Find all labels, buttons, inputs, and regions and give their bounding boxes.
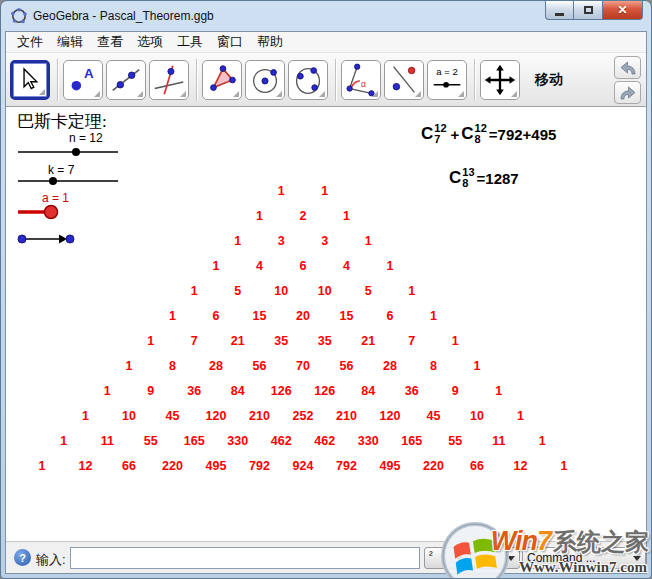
triangle-number: 126 — [271, 384, 292, 398]
triangle-number: 220 — [423, 459, 444, 473]
tool-dropdown-icon[interactable] — [39, 89, 45, 95]
tool-circle[interactable] — [245, 60, 285, 100]
triangle-number: 3 — [278, 234, 285, 248]
command-list-dropdown[interactable]: Command ... — [522, 547, 646, 569]
undo-button[interactable] — [614, 56, 641, 79]
triangle-number: 1 — [495, 384, 502, 398]
vector-end-point[interactable] — [66, 235, 74, 243]
slider-k-handle[interactable] — [49, 177, 57, 185]
triangle-number: 1 — [452, 334, 459, 348]
triangle-number: 36 — [405, 384, 419, 398]
menu-view[interactable]: 查看 — [90, 31, 130, 53]
tool-dropdown-icon[interactable] — [415, 91, 421, 97]
triangle-number: 1 — [126, 359, 133, 373]
tool-reflect[interactable] — [384, 60, 424, 100]
triangle-number: 1 — [343, 209, 350, 223]
slider-n-handle[interactable] — [72, 148, 80, 156]
triangle-number: 10 — [470, 409, 484, 423]
tool-dropdown-icon[interactable] — [458, 91, 464, 97]
toolbar-separator — [57, 59, 59, 101]
triangle-number: 210 — [336, 409, 357, 423]
greek-letter-dropdown[interactable]: α — [470, 547, 520, 569]
minimize-button[interactable] — [545, 1, 574, 20]
triangle-number: 21 — [231, 334, 245, 348]
triangle-number: 1 — [169, 309, 176, 323]
triangle-number: 1 — [517, 409, 524, 423]
tool-point[interactable]: A — [63, 60, 103, 100]
tool-move[interactable] — [10, 60, 50, 100]
menu-edit[interactable]: 编辑 — [50, 31, 90, 53]
tool-dropdown-icon[interactable] — [94, 91, 100, 97]
window-title: GeoGebra - Pascal_Theorem.ggb — [33, 9, 214, 23]
maximize-icon — [584, 6, 593, 14]
tool-polygon[interactable] — [202, 60, 242, 100]
triangle-number: 495 — [206, 459, 227, 473]
graphics-view[interactable]: 巴斯卡定理: n = 12 k = 7 a = 1 C127+C128=792+… — [6, 107, 646, 541]
tool-line[interactable] — [106, 60, 146, 100]
tool-dropdown-icon[interactable] — [276, 91, 282, 97]
subscript: 8 — [462, 178, 468, 189]
slider-a-label: a = 1 — [42, 191, 69, 205]
geogebra-logo-icon[interactable] — [10, 7, 28, 25]
tool-dropdown-icon[interactable] — [180, 91, 186, 97]
tool-dropdown-icon[interactable] — [319, 91, 325, 97]
maximize-button[interactable] — [574, 1, 603, 20]
triangle-number: 1 — [474, 359, 481, 373]
triangle-number: 792 — [336, 459, 357, 473]
triangle-number: 5 — [234, 284, 241, 298]
tool-dropdown-icon[interactable] — [233, 91, 239, 97]
tool-slider[interactable]: a = 2 — [427, 60, 467, 100]
menu-tools[interactable]: 工具 — [170, 31, 210, 53]
tool-conic-through-points[interactable] — [288, 60, 328, 100]
title-bar[interactable]: GeoGebra - Pascal_Theorem.ggb ✕ — [1, 1, 651, 31]
redo-icon — [619, 85, 637, 100]
triangle-number: 1 — [539, 434, 546, 448]
triangle-number: 11 — [101, 434, 114, 448]
triangle-number: 45 — [166, 409, 180, 423]
triangle-number: 11 — [492, 434, 505, 448]
tool-angle[interactable]: α — [341, 60, 381, 100]
triangle-number: 70 — [296, 359, 310, 373]
triangle-number: 6 — [213, 309, 220, 323]
triangle-number: 1 — [191, 284, 198, 298]
menu-help[interactable]: 帮助 — [250, 31, 290, 53]
triangle-number: 9 — [452, 384, 459, 398]
triangle-number: 7 — [191, 334, 198, 348]
triangle-number: 8 — [430, 359, 437, 373]
tool-move-graphics-view[interactable] — [480, 60, 520, 100]
slider-k-label: k = 7 — [48, 163, 74, 177]
symbol-dropdown[interactable]: ² — [424, 547, 468, 569]
vector-start-point[interactable] — [18, 235, 26, 243]
menu-options[interactable]: 选项 — [130, 31, 170, 53]
tool-perpendicular-line[interactable] — [149, 60, 189, 100]
geogebra-window: GeoGebra - Pascal_Theorem.ggb ✕ 文件 编辑 查看… — [0, 0, 652, 579]
triangle-number: 1 — [408, 284, 415, 298]
slider-a-handle[interactable] — [45, 206, 58, 219]
triangle-number: 1 — [365, 234, 372, 248]
svg-text:α: α — [361, 78, 366, 88]
triangle-number: 56 — [253, 359, 267, 373]
triangle-number: 462 — [314, 434, 335, 448]
triangle-number: 55 — [144, 434, 158, 448]
formula-result: =792+495 — [489, 126, 557, 143]
redo-button[interactable] — [614, 81, 641, 104]
triangle-number: 66 — [470, 459, 484, 473]
help-icon[interactable]: ? — [14, 549, 31, 566]
active-mode-label: 移动 — [535, 71, 563, 89]
triangle-number: 7 — [408, 334, 415, 348]
tool-dropdown-icon[interactable] — [372, 91, 378, 97]
tool-dropdown-icon[interactable] — [137, 91, 143, 97]
subscript: 7 — [434, 134, 440, 145]
triangle-number: 4 — [343, 259, 350, 273]
triangle-number: 210 — [249, 409, 270, 423]
tool-dropdown-icon[interactable] — [511, 91, 517, 97]
menu-file[interactable]: 文件 — [10, 31, 50, 53]
command-input[interactable] — [70, 547, 420, 569]
close-button[interactable]: ✕ — [603, 1, 643, 20]
triangle-number: 6 — [300, 259, 307, 273]
chevron-down-icon — [507, 556, 515, 561]
menu-window[interactable]: 窗口 — [210, 31, 250, 53]
triangle-number: 4 — [256, 259, 263, 273]
triangle-number: 3 — [321, 234, 328, 248]
slider-n-label: n = 12 — [69, 131, 103, 145]
